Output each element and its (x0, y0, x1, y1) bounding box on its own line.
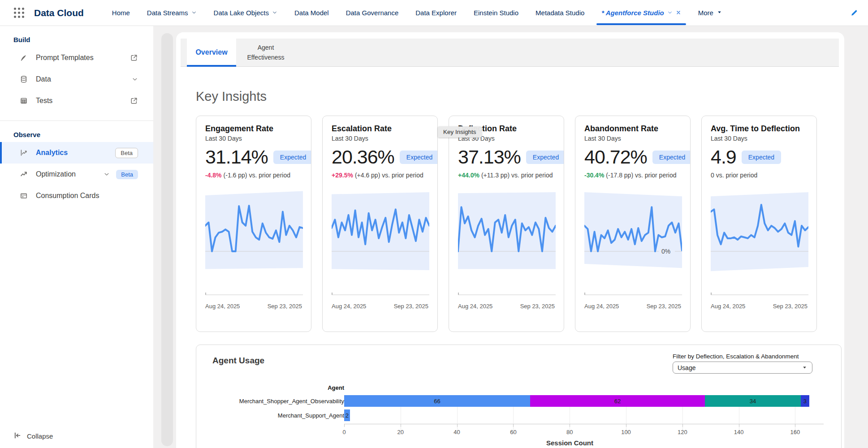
chart-x-axis: 020406080100120140160 (344, 424, 824, 439)
bar-segment[interactable]: 3 (801, 395, 809, 407)
nav-tab-data-model[interactable]: Data Model (286, 0, 337, 26)
external-link-icon[interactable] (130, 54, 138, 62)
axis-tick (795, 424, 795, 427)
bar-segment[interactable]: 2 (344, 409, 350, 421)
axis-tick (401, 424, 401, 427)
top-nav: Data Cloud HomeData StreamsData Lake Obj… (0, 0, 868, 26)
metric-card-deflection-rate: Deflection RateLast 30 Days37.13%Expecte… (449, 116, 564, 332)
sidebar-item-prompt-templates[interactable]: Prompt Templates (0, 47, 153, 69)
dashboard-tabstrip: OverviewAgent Effectiveness (181, 39, 839, 67)
chevron-down-icon[interactable] (667, 9, 673, 17)
nav-tab-data-lake-objects[interactable]: Data Lake Objects (205, 0, 286, 26)
metric-value: 4.9 (711, 146, 736, 168)
beta-badge: Beta (115, 148, 138, 158)
collapse-label: Collapse (27, 432, 53, 440)
bar-segment-value: 62 (614, 398, 621, 405)
chevron-down-icon[interactable] (272, 9, 277, 17)
delta-description: (-17.8 pp) vs. prior period (606, 172, 676, 179)
sidebar-section-header: Observe (13, 131, 153, 138)
prompt-templates-icon (20, 54, 30, 62)
metric-title: Avg. Time to Deflection (711, 124, 808, 134)
delta-description: 0 vs. prior period (711, 172, 757, 179)
chart-start-date: Aug 24, 2025 (584, 303, 619, 310)
dashboard-tab-label: Agent Effectiveness (239, 43, 293, 63)
analytics-icon (20, 149, 30, 157)
usage-filter: Filter by Deflection, Escalation & Aband… (673, 353, 814, 374)
axis-tick-label: 60 (510, 429, 516, 435)
expected-badge: Expected (273, 151, 311, 164)
nav-tab-agentforce-studio[interactable]: * Agentforce Studio (593, 0, 689, 26)
metric-period: Last 30 Days (711, 135, 808, 142)
axis-tick (626, 424, 626, 427)
nav-tab-more[interactable]: More (690, 0, 731, 26)
page-title: Key Insights (196, 89, 844, 104)
nav-tab-data-governance[interactable]: Data Governance (337, 0, 407, 26)
sidebar-item-consumption-cards[interactable]: Consumption Cards (0, 185, 153, 207)
usage-filter-value: Usage (678, 364, 695, 371)
chart-end-date: Sep 23, 2025 (773, 303, 808, 310)
metric-period: Last 30 Days (584, 135, 681, 142)
metric-delta: +29.5%(+4.6 pp) vs. prior period (332, 172, 428, 179)
vertical-scrollbar[interactable] (161, 33, 173, 446)
agent-usage-chart: Agent Merchant_Shopper_Agent_Observabili… (212, 384, 841, 447)
sidebar-item-data[interactable]: Data (0, 69, 153, 90)
chart-start-date: Aug 24, 2025 (711, 303, 745, 310)
nav-tab-label: Data Lake Objects (214, 9, 269, 17)
agent-usage-panel: Agent Usage Filter by Deflection, Escala… (196, 345, 842, 448)
key-insights-tooltip: Key Insights (438, 126, 482, 138)
edit-pencil-icon[interactable] (850, 9, 858, 17)
nav-tab-einstein-studio[interactable]: Einstein Studio (465, 0, 527, 26)
axis-tick-label: 80 (566, 429, 573, 435)
bar-segment[interactable]: 34 (705, 395, 801, 407)
app-title: Data Cloud (34, 8, 84, 18)
nav-tab-data-streams[interactable]: Data Streams (138, 0, 205, 26)
sidebar-collapse-button[interactable]: Collapse (13, 431, 53, 441)
chevron-down-icon[interactable] (104, 171, 110, 177)
dashboard-tab-agent-effectiveness[interactable]: Agent Effectiveness (236, 39, 295, 66)
metric-card-engagement-rate: Engagement RateLast 30 Days31.14%Expecte… (196, 116, 311, 332)
delta-description: (+4.6 pp) vs. prior period (355, 172, 423, 179)
nav-tab-home[interactable]: Home (104, 0, 138, 26)
axis-tick-label: 40 (453, 429, 460, 435)
axis-tick-label: 160 (790, 429, 800, 435)
sparkline-chart (332, 186, 429, 298)
nav-tab-metadata-studio[interactable]: Metadata Studio (527, 0, 593, 26)
delta-description: (+11.3 pp) vs. prior period (481, 172, 553, 179)
sidebar-item-analytics[interactable]: AnalyticsBeta (0, 142, 153, 164)
metric-delta: +44.0%(+11.3 pp) vs. prior period (458, 172, 555, 179)
nav-tab-label: Data Streams (147, 9, 188, 17)
collapse-icon (13, 431, 22, 441)
caret-down-icon (717, 9, 722, 17)
delta-percent: -30.4% (584, 172, 604, 179)
nav-tab-label: Einstein Studio (474, 9, 518, 17)
dashboard-tab-overview[interactable]: Overview (187, 39, 236, 66)
optimization-icon (20, 170, 30, 178)
usage-filter-dropdown[interactable]: Usage (673, 362, 812, 374)
sidebar-item-tests[interactable]: Tests (0, 90, 153, 112)
axis-tick (344, 424, 345, 427)
nav-tab-data-explorer[interactable]: Data Explorer (407, 0, 465, 26)
sidebar-item-optimization[interactable]: OptimizationBeta (0, 164, 153, 185)
chart-end-date: Sep 23, 2025 (394, 303, 428, 310)
page-shell: BuildPrompt TemplatesDataTestsObserveAna… (0, 26, 868, 448)
external-link-icon[interactable] (130, 97, 138, 105)
axis-tick (739, 424, 739, 427)
expected-badge: Expected (652, 151, 691, 164)
metric-value: 40.72% (584, 146, 647, 168)
chevron-down-icon[interactable] (191, 9, 197, 17)
close-tab-icon[interactable] (676, 9, 681, 17)
metric-title: Escalation Rate (332, 124, 428, 134)
app-launcher-icon[interactable] (12, 5, 27, 21)
bar-segment[interactable]: 62 (530, 395, 705, 407)
chart-y-axis-label: Agent (212, 384, 344, 391)
chevron-down-icon[interactable] (132, 76, 138, 82)
metric-card-escalation-rate: Escalation RateLast 30 Days20.36%Expecte… (322, 116, 438, 332)
axis-tick (682, 424, 683, 427)
sidebar-item-label: Data (36, 75, 51, 83)
main-panel: OverviewAgent Effectiveness Key Insights… (176, 32, 844, 448)
chart-end-date: Sep 23, 2025 (647, 303, 681, 310)
axis-tick-label: 100 (621, 429, 631, 435)
metric-card-abandonment-rate: Abandonment RateLast 30 Days40.72%Expect… (575, 116, 691, 332)
bar-segment[interactable]: 66 (344, 395, 530, 407)
sidebar-item-label: Optimization (36, 170, 76, 178)
